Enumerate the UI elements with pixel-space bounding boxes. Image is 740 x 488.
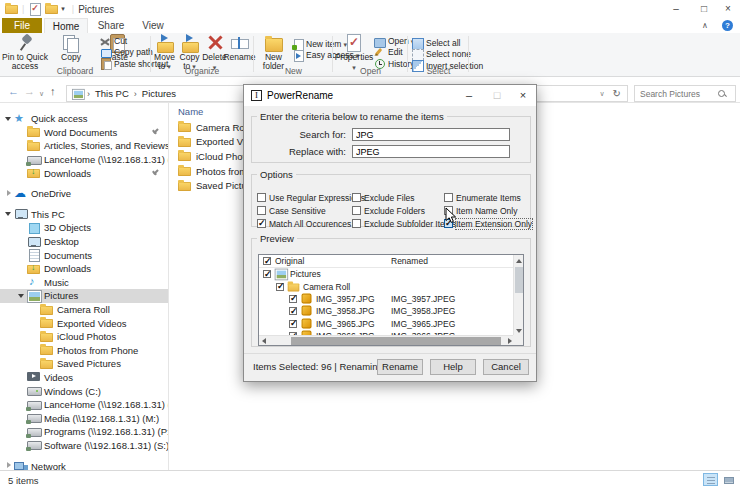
ribbon-small-button[interactable]: Select all <box>412 38 483 48</box>
dialog-minimize-button[interactable]: – <box>456 85 482 106</box>
sidebar-item[interactable]: Exported Videos <box>0 316 168 330</box>
preview-list[interactable]: Original Renamed Pictures Camer <box>258 254 524 346</box>
sidebar-item[interactable]: Saved Pictures <box>0 357 168 371</box>
qat-new-folder-icon[interactable] <box>45 3 58 15</box>
checkbox-icon[interactable] <box>352 219 361 228</box>
vertical-scrollbar[interactable] <box>513 255 523 337</box>
ribbon-big-button[interactable]: New folder <box>257 33 290 65</box>
preview-row[interactable]: Pictures <box>259 268 523 280</box>
close-button[interactable]: × <box>716 0 740 18</box>
back-icon[interactable]: ← <box>8 85 19 97</box>
qat-customize-chevron-icon[interactable]: ▾ <box>61 5 65 13</box>
breadcrumb-this-pc[interactable]: This PC <box>93 88 131 99</box>
sidebar-item[interactable]: Photos from Phone <box>0 344 168 358</box>
ribbon-big-button[interactable]: Copy to <box>177 33 202 65</box>
expander-icon[interactable] <box>30 359 40 369</box>
select-all-checkbox[interactable] <box>263 257 271 265</box>
dialog-titlebar[interactable]: PowerRename – □ × <box>244 85 536 106</box>
option-checkbox-row[interactable]: Match All Occurences <box>257 217 352 230</box>
expander-icon[interactable] <box>17 264 27 274</box>
help-icon[interactable]: ? <box>722 20 733 31</box>
column-renamed[interactable]: Renamed <box>391 256 428 266</box>
checkbox-icon[interactable] <box>352 193 361 202</box>
tab-home[interactable]: Home <box>44 18 88 33</box>
expander-icon[interactable] <box>4 114 14 124</box>
sidebar-item[interactable]: Videos <box>0 371 168 385</box>
sidebar-item[interactable]: Articles, Stories, and Reviews <box>0 139 168 153</box>
sidebar-item[interactable]: Pictures <box>0 289 168 303</box>
expander-icon[interactable] <box>4 209 14 219</box>
expander-icon[interactable] <box>30 305 40 315</box>
expander-icon[interactable] <box>17 386 27 396</box>
sidebar-item[interactable]: Media (\\192.168.1.31) (M:) <box>0 411 168 425</box>
expander-icon[interactable] <box>17 237 27 247</box>
sidebar-item[interactable]: Word Documents <box>0 126 168 140</box>
checkbox-icon[interactable] <box>257 193 266 202</box>
option-checkbox-row[interactable]: Case Sensitive <box>257 204 352 217</box>
scroll-down-icon[interactable] <box>516 329 522 333</box>
sidebar-item[interactable]: 3D Objects <box>0 221 168 235</box>
expander-icon[interactable] <box>17 127 27 137</box>
preview-row[interactable]: IMG_3958.JPG IMG_3958.JPEG <box>259 305 523 317</box>
option-checkbox-row[interactable]: Exclude Subfolder Items <box>352 217 444 230</box>
scroll-left-icon[interactable] <box>262 338 266 344</box>
horizontal-scroll-thumb[interactable] <box>291 337 501 345</box>
search-icon[interactable] <box>717 89 727 99</box>
expander-icon[interactable] <box>30 318 40 328</box>
ribbon-collapse-icon[interactable]: ∧ <box>702 21 708 30</box>
preview-row[interactable]: IMG_3957.JPG IMG_3957.JPEG <box>259 293 523 305</box>
history-dropdown-icon[interactable]: ∨ <box>39 88 44 100</box>
column-original[interactable]: Original <box>275 256 304 266</box>
horizontal-scrollbar[interactable] <box>259 335 515 345</box>
ribbon-big-button[interactable]: Move to <box>152 33 177 65</box>
dialog-close-button[interactable]: × <box>510 85 536 106</box>
preview-row[interactable]: IMG_3965.JPG IMG_3965.JPEG <box>259 318 523 330</box>
expander-icon[interactable] <box>17 277 27 287</box>
qat-properties-icon[interactable] <box>28 3 41 15</box>
ribbon-small-button[interactable]: Select none <box>412 49 483 59</box>
expander-icon[interactable] <box>30 345 40 355</box>
ribbon-big-button[interactable]: Properties <box>336 33 372 65</box>
sidebar-item[interactable]: Desktop <box>0 235 168 249</box>
forward-icon[interactable]: → <box>24 85 35 97</box>
expander-icon[interactable] <box>4 189 14 199</box>
sidebar-item[interactable]: Camera Roll <box>0 303 168 317</box>
ribbon-big-button[interactable]: Rename <box>227 33 252 65</box>
minimize-button[interactable]: – <box>664 0 688 18</box>
expander-icon[interactable] <box>30 332 40 342</box>
scroll-up-icon[interactable] <box>516 259 522 263</box>
expander-icon[interactable] <box>17 291 27 301</box>
thumbnails-view-button[interactable] <box>721 473 736 486</box>
ribbon-big-button[interactable]: Pin to Quick access <box>2 33 48 65</box>
option-checkbox-row[interactable]: Exclude Folders <box>352 204 444 217</box>
sidebar-item[interactable]: Downloads <box>0 262 168 276</box>
breadcrumb-pictures[interactable]: Pictures <box>140 88 178 99</box>
refresh-icon[interactable]: ↻ <box>613 88 621 99</box>
checkbox-icon[interactable] <box>257 219 266 228</box>
sidebar-item[interactable]: iCloud Photos <box>0 330 168 344</box>
expander-icon[interactable] <box>17 223 27 233</box>
ribbon-big-button[interactable]: Copy <box>48 33 94 65</box>
row-checkbox[interactable] <box>276 283 284 291</box>
replace-with-input[interactable] <box>352 145 510 158</box>
details-view-button[interactable] <box>703 473 718 486</box>
option-checkbox-row[interactable]: Exclude Files <box>352 191 444 204</box>
sidebar-item[interactable]: Documents <box>0 248 168 262</box>
column-header-name[interactable]: Name <box>178 106 203 117</box>
expander-icon[interactable] <box>17 141 27 151</box>
checkbox-icon[interactable] <box>444 193 453 202</box>
sidebar-item[interactable]: OneDrive <box>0 187 168 201</box>
option-checkbox-row[interactable]: Enumerate Items <box>444 191 524 204</box>
preview-header[interactable]: Original Renamed <box>259 255 523 268</box>
expander-icon[interactable] <box>17 250 27 260</box>
help-button[interactable]: Help <box>430 359 476 375</box>
scroll-right-icon[interactable] <box>508 338 512 344</box>
row-checkbox[interactable] <box>289 320 297 328</box>
row-checkbox[interactable] <box>289 295 297 303</box>
search-input[interactable] <box>635 89 717 99</box>
checkbox-icon[interactable] <box>352 206 361 215</box>
vertical-scroll-thumb[interactable] <box>515 267 523 293</box>
sidebar-item[interactable]: This PC <box>0 208 168 222</box>
rename-button[interactable]: Rename <box>377 359 423 375</box>
dialog-maximize-button[interactable]: □ <box>484 85 510 106</box>
